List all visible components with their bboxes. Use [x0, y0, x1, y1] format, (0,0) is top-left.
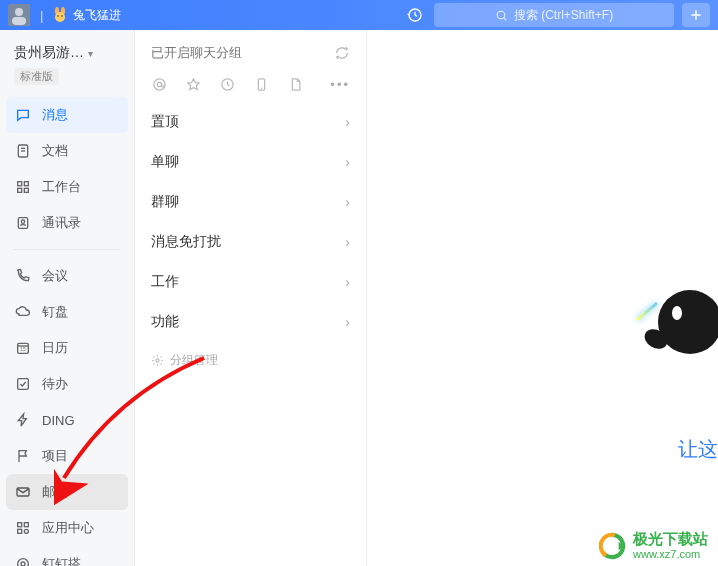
svg-rect-16: [18, 182, 22, 186]
doc-icon: [14, 143, 32, 159]
svg-point-33: [153, 78, 164, 89]
svg-point-7: [62, 15, 64, 17]
sidebar-item-workbench[interactable]: 工作台: [0, 169, 134, 205]
svg-point-21: [21, 220, 24, 223]
sidebar-item-appcenter[interactable]: 应用中心: [0, 510, 134, 546]
group-pinned[interactable]: 置顶 ›: [135, 102, 366, 142]
svg-point-34: [157, 82, 161, 86]
sidebar-item-dingtalk-build[interactable]: 钉钉搭: [0, 546, 134, 566]
watermark-url: www.xz7.com: [633, 548, 708, 560]
chevron-right-icon: ›: [345, 314, 350, 330]
group-manage-label: 分组管理: [170, 352, 218, 369]
sidebar-item-label: 通讯录: [42, 214, 81, 232]
sidebar-item-label: 项目: [42, 447, 68, 465]
svg-rect-18: [18, 188, 22, 192]
refresh-icon[interactable]: [334, 45, 350, 61]
mail-icon: [14, 484, 32, 500]
rabbit-icon: [51, 6, 69, 24]
cloud-icon: [14, 304, 32, 320]
caret-down-icon: ▾: [88, 48, 93, 59]
search-input[interactable]: 搜索 (Ctrl+Shift+F): [434, 3, 674, 27]
sidebar-item-label: 应用中心: [42, 519, 94, 537]
chevron-right-icon: ›: [345, 194, 350, 210]
sidebar-item-calendar[interactable]: 15 日历: [0, 330, 134, 366]
app-title: 兔飞猛进: [73, 7, 121, 24]
group-label: 功能: [151, 313, 179, 331]
svg-point-30: [24, 529, 28, 533]
title-bar: | 兔飞猛进 搜索 (Ctrl+Shift+F): [0, 0, 718, 30]
svg-point-6: [58, 15, 60, 17]
svg-text:15: 15: [20, 347, 26, 352]
svg-rect-27: [18, 523, 22, 527]
org-selector[interactable]: 贵州易游… ▾: [0, 44, 134, 62]
group-function[interactable]: 功能 ›: [135, 302, 366, 342]
svg-marker-35: [187, 78, 198, 89]
svg-rect-28: [24, 523, 28, 527]
group-work[interactable]: 工作 ›: [135, 262, 366, 302]
file-icon[interactable]: [287, 76, 303, 92]
sidebar-item-label: 日历: [42, 339, 68, 357]
sidebar-item-label: 消息: [42, 106, 68, 124]
group-label: 单聊: [151, 153, 179, 171]
divider: |: [40, 8, 43, 23]
svg-rect-19: [24, 188, 28, 192]
sidebar-item-label: 钉盘: [42, 303, 68, 321]
phone-icon: [14, 268, 32, 284]
contacts-icon: [14, 215, 32, 231]
build-icon: [14, 556, 32, 566]
sidebar-item-meeting[interactable]: 会议: [0, 258, 134, 294]
svg-rect-2: [12, 17, 26, 25]
chevron-right-icon: ›: [345, 154, 350, 170]
sidebar-item-todo[interactable]: 待办: [0, 366, 134, 402]
org-name-label: 贵州易游…: [14, 44, 84, 62]
chevron-right-icon: ›: [345, 274, 350, 290]
group-label: 工作: [151, 273, 179, 291]
svg-point-9: [497, 11, 505, 19]
flag-icon: [14, 448, 32, 464]
check-icon: [14, 376, 32, 392]
group-single-chat[interactable]: 单聊 ›: [135, 142, 366, 182]
group-muted[interactable]: 消息免打扰 ›: [135, 222, 366, 262]
sidebar-item-project[interactable]: 项目: [0, 438, 134, 474]
sidebar-item-label: 钉钉搭: [42, 555, 81, 566]
sidebar-item-label: 邮箱: [42, 483, 68, 501]
avatar[interactable]: [8, 4, 30, 26]
sidebar-item-label: 工作台: [42, 178, 81, 196]
svg-rect-29: [18, 529, 22, 533]
chevron-right-icon: ›: [345, 114, 350, 130]
group-manage-button[interactable]: 分组管理: [135, 342, 366, 379]
sidebar-item-ding[interactable]: DING: [0, 402, 134, 438]
svg-line-10: [504, 17, 506, 19]
group-label: 群聊: [151, 193, 179, 211]
sidebar: 贵州易游… ▾ 标准版 消息 文档 工作台 通讯录 会议 钉盘: [0, 30, 135, 566]
device-icon[interactable]: [253, 76, 269, 92]
group-label: 消息免打扰: [151, 233, 221, 251]
calendar-icon: 15: [14, 340, 32, 356]
add-button[interactable]: [682, 3, 710, 27]
sidebar-item-mailbox[interactable]: 邮箱: [6, 474, 128, 510]
more-icon[interactable]: •••: [330, 77, 350, 92]
clock-icon[interactable]: [219, 76, 235, 92]
svg-point-32: [21, 562, 25, 566]
welcome-text-partial: 让这: [678, 436, 718, 463]
content-panel: 让这: [367, 30, 718, 566]
watermark: 极光下载站 www.xz7.com: [599, 531, 708, 560]
svg-point-39: [156, 359, 159, 362]
svg-point-1: [15, 8, 23, 16]
watermark-name: 极光下载站: [633, 531, 708, 548]
group-group-chat[interactable]: 群聊 ›: [135, 182, 366, 222]
mascot-illustration: [648, 270, 718, 370]
watermark-logo-icon: [599, 532, 627, 560]
sidebar-item-messages[interactable]: 消息: [6, 97, 128, 133]
sidebar-item-label: 会议: [42, 267, 68, 285]
sidebar-item-docs[interactable]: 文档: [0, 133, 134, 169]
history-icon[interactable]: [404, 4, 426, 26]
filter-toolbar: •••: [135, 70, 366, 102]
sidebar-item-contacts[interactable]: 通讯录: [0, 205, 134, 241]
star-icon[interactable]: [185, 76, 201, 92]
message-icon: [14, 107, 32, 123]
at-icon[interactable]: [151, 76, 167, 92]
sidebar-item-drive[interactable]: 钉盘: [0, 294, 134, 330]
apps-icon: [14, 179, 32, 195]
grid-icon: [14, 520, 32, 536]
